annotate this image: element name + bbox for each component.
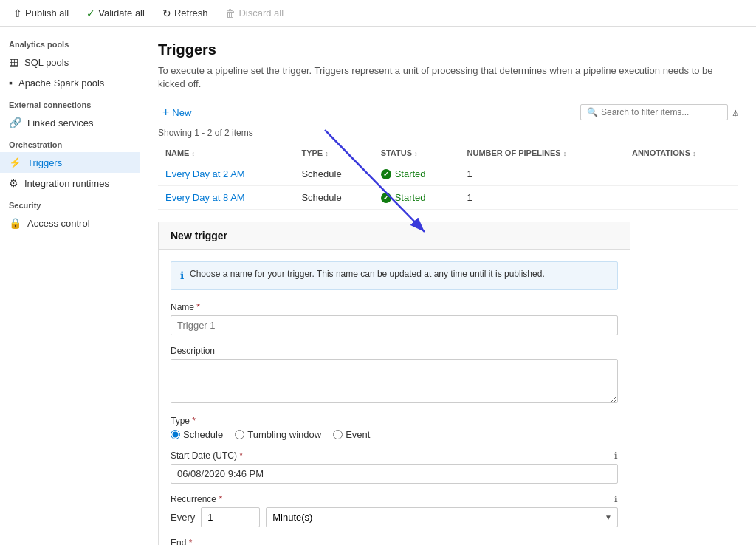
triggers-table: NAME ↕ TYPE ↕ STATUS ↕ NUMBER OF PIPELIN…: [158, 144, 738, 210]
description-field-group: Description: [171, 346, 618, 405]
recurrence-every-label: Every: [171, 512, 195, 523]
sort-icon-status: ↕: [414, 150, 418, 157]
name-required: *: [196, 302, 200, 312]
recurrence-required: *: [219, 494, 222, 504]
sort-icon-annotations: ↕: [693, 150, 696, 157]
start-date-input[interactable]: [171, 464, 618, 484]
trigger-link[interactable]: Every Day at 8 AM: [165, 192, 245, 203]
sidebar-item-triggers[interactable]: ⚡ Triggers: [0, 152, 140, 173]
new-trigger-button[interactable]: + New: [158, 103, 196, 122]
status-started: Started: [381, 168, 453, 179]
cell-pipelines: 1: [460, 186, 625, 210]
end-required: *: [189, 538, 193, 545]
type-event-option[interactable]: Event: [333, 429, 370, 440]
page-title: Triggers: [158, 41, 738, 58]
cell-annotations: [625, 162, 738, 186]
status-started: Started: [381, 192, 453, 203]
recurrence-unit-select[interactable]: Minute(s) Hour(s) Day(s) Week(s) Month(s…: [266, 507, 618, 527]
table-row: Every Day at 8 AM Schedule Started 1: [158, 186, 738, 210]
type-label: Type *: [171, 416, 618, 426]
end-label: End *: [171, 538, 618, 545]
search-filter-area: 🔍 ⍋: [580, 104, 738, 120]
sidebar-item-linked-services[interactable]: 🔗 Linked services: [0, 112, 140, 133]
col-status[interactable]: STATUS ↕: [374, 144, 460, 162]
recurrence-input-row: Every Minute(s) Hour(s) Day(s) Week(s) M…: [171, 507, 618, 527]
trigger-icon: ⚡: [9, 157, 21, 168]
type-tumbling-radio[interactable]: [235, 430, 244, 439]
start-date-info-icon[interactable]: ℹ: [614, 450, 618, 461]
external-connections-section: External connections: [0, 93, 140, 112]
sort-icon-name: ↕: [191, 150, 195, 157]
plus-icon: +: [162, 106, 169, 119]
filter-icon[interactable]: ⍋: [732, 106, 738, 118]
cell-annotations: [625, 186, 738, 210]
description-input[interactable]: [171, 359, 618, 403]
cell-name: Every Day at 2 AM: [158, 162, 294, 186]
sidebar-item-apache-spark-pools[interactable]: ▪ Apache Spark pools: [0, 72, 140, 93]
status-dot-icon: [381, 169, 391, 179]
orchestration-section: Orchestration: [0, 133, 140, 152]
start-date-label: Start Date (UTC) *: [171, 450, 243, 461]
recurrence-unit-wrapper: Minute(s) Hour(s) Day(s) Week(s) Month(s…: [266, 507, 618, 527]
col-annotations[interactable]: ANNOTATIONS ↕: [625, 144, 738, 162]
discard-all-button[interactable]: 🗑 Discard all: [218, 4, 291, 22]
cell-pipelines: 1: [460, 162, 625, 186]
description-label: Description: [171, 346, 618, 356]
recurrence-label-row: Recurrence * ℹ: [171, 494, 618, 507]
spark-icon: ▪: [9, 77, 13, 89]
panel-header: New trigger: [159, 222, 630, 250]
cell-type: Schedule: [294, 186, 373, 210]
sort-icon-pipelines: ↕: [563, 150, 567, 157]
status-dot-icon: [381, 193, 391, 203]
info-icon: ℹ: [180, 269, 184, 284]
table-row: Every Day at 2 AM Schedule Started 1: [158, 162, 738, 186]
toolbar: ⇧ Publish all ✓ Validate all ↻ Refresh 🗑…: [0, 0, 756, 27]
cell-name: Every Day at 8 AM: [158, 186, 294, 210]
type-event-radio[interactable]: [333, 430, 343, 439]
access-control-icon: 🔒: [9, 217, 21, 229]
sidebar-item-sql-pools[interactable]: ▦ SQL pools: [0, 52, 140, 72]
recurrence-info-icon[interactable]: ℹ: [614, 494, 618, 504]
type-tumbling-option[interactable]: Tumbling window: [235, 429, 321, 440]
sort-icon-type: ↕: [325, 150, 329, 157]
new-trigger-panel: New trigger ℹ Choose a name for your tri…: [158, 222, 630, 545]
sidebar-item-integration-runtimes[interactable]: ⚙ Integration runtimes: [0, 173, 140, 193]
name-label: Name *: [171, 302, 618, 312]
check-icon: ✓: [86, 7, 95, 19]
type-required: *: [192, 416, 196, 426]
search-input[interactable]: [601, 107, 719, 117]
type-schedule-radio[interactable]: [171, 430, 180, 439]
col-pipelines[interactable]: NUMBER OF PIPELINES ↕: [460, 144, 625, 162]
col-type[interactable]: TYPE ↕: [294, 144, 373, 162]
refresh-icon: ↻: [162, 7, 171, 19]
analytics-pools-section: Analytics pools: [0, 32, 140, 52]
security-section: Security: [0, 193, 140, 213]
table-toolbar: + New 🔍 ⍋: [158, 103, 738, 122]
cell-type: Schedule: [294, 162, 373, 186]
content-area: Triggers To execute a pipeline set the t…: [140, 27, 756, 545]
validate-all-button[interactable]: ✓ Validate all: [79, 4, 152, 22]
start-date-required: *: [239, 450, 243, 461]
name-input[interactable]: [171, 315, 618, 335]
upload-icon: ⇧: [13, 7, 22, 19]
cell-status: Started: [374, 186, 460, 210]
end-field-group: End * No End On Date: [171, 538, 618, 545]
cell-status: Started: [374, 162, 460, 186]
recurrence-value-input[interactable]: [201, 507, 260, 527]
recurrence-field-group: Recurrence * ℹ Every Minute(s) Hour(s): [171, 494, 618, 527]
search-box: 🔍: [580, 104, 728, 120]
publish-all-button[interactable]: ⇧ Publish all: [6, 4, 76, 22]
sidebar-item-access-control[interactable]: 🔒 Access control: [0, 213, 140, 233]
linked-services-icon: 🔗: [9, 117, 21, 128]
showing-text: Showing 1 - 2 of 2 items: [158, 128, 738, 138]
trigger-link[interactable]: Every Day at 2 AM: [165, 168, 245, 179]
discard-icon: 🗑: [225, 7, 236, 19]
col-name[interactable]: NAME ↕: [158, 144, 294, 162]
name-field-group: Name *: [171, 302, 618, 335]
panel-body: ℹ Choose a name for your trigger. This n…: [159, 250, 630, 545]
start-date-row: Start Date (UTC) * ℹ: [171, 450, 618, 464]
sidebar: Analytics pools ▦ SQL pools ▪ Apache Spa…: [0, 27, 140, 545]
type-schedule-option[interactable]: Schedule: [171, 429, 223, 440]
refresh-button[interactable]: ↻ Refresh: [155, 4, 216, 22]
start-date-field-group: Start Date (UTC) * ℹ: [171, 450, 618, 484]
